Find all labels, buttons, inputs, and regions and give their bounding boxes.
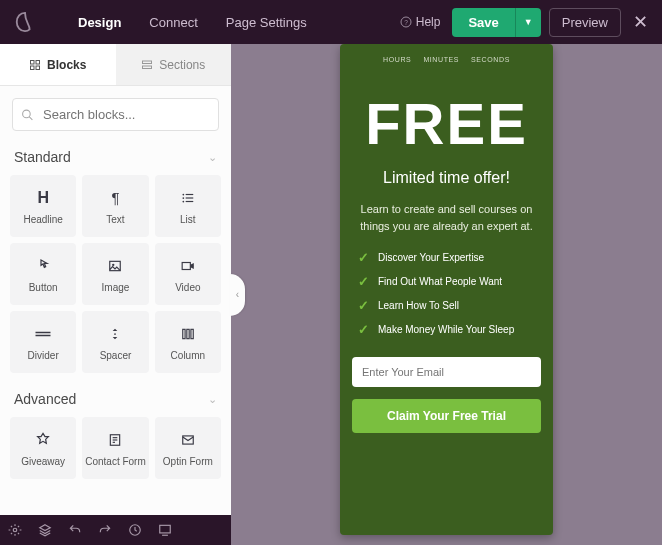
block-list[interactable]: List xyxy=(155,175,221,237)
block-column[interactable]: Column xyxy=(155,311,221,373)
timer-seconds: SECONDS xyxy=(471,56,510,63)
bullet-list[interactable]: ✓Discover Your Expertise ✓Find Out What … xyxy=(352,244,541,341)
layers-icon[interactable] xyxy=(38,523,52,537)
nav-connect[interactable]: Connect xyxy=(135,15,211,30)
description[interactable]: Learn to create and sell courses on thin… xyxy=(352,201,541,234)
block-label: List xyxy=(180,214,196,225)
block-spacer[interactable]: Spacer xyxy=(82,311,148,373)
svg-point-8 xyxy=(23,110,31,118)
topbar: Design Connect Page Settings ? Help Save… xyxy=(0,0,662,44)
form-icon xyxy=(108,430,122,450)
list-item: ✓Make Money While Your Sleep xyxy=(358,322,535,337)
help-link[interactable]: ? Help xyxy=(400,15,441,29)
nav-page-settings[interactable]: Page Settings xyxy=(212,15,321,30)
block-label: Spacer xyxy=(100,350,132,361)
svg-rect-3 xyxy=(36,60,40,64)
search-icon xyxy=(21,108,34,121)
bullet-text: Learn How To Sell xyxy=(378,300,459,311)
sidebar: Blocks Sections Standard ⌄ HHeadline ¶Te… xyxy=(0,44,231,545)
device-icon[interactable] xyxy=(158,523,172,537)
tab-blocks-label: Blocks xyxy=(47,58,86,72)
svg-rect-2 xyxy=(31,60,35,64)
block-optin-form[interactable]: Optin Form xyxy=(155,417,221,479)
tab-sections-label: Sections xyxy=(159,58,205,72)
check-icon: ✓ xyxy=(358,274,369,289)
list-item: ✓Learn How To Sell xyxy=(358,298,535,313)
sections-icon xyxy=(141,59,153,71)
preview-button[interactable]: Preview xyxy=(549,8,621,37)
tab-blocks[interactable]: Blocks xyxy=(0,44,116,85)
svg-rect-22 xyxy=(183,329,185,338)
svg-rect-32 xyxy=(160,525,171,533)
app-logo-icon xyxy=(14,11,36,33)
tab-sections[interactable]: Sections xyxy=(116,44,232,85)
block-label: Image xyxy=(102,282,130,293)
bullet-text: Make Money While Your Sleep xyxy=(378,324,514,335)
settings-icon[interactable] xyxy=(8,523,22,537)
block-contact-form[interactable]: Contact Form xyxy=(82,417,148,479)
section-advanced-toggle[interactable]: Advanced ⌄ xyxy=(0,385,231,413)
svg-line-9 xyxy=(29,116,32,119)
optin-icon xyxy=(180,430,196,450)
check-icon: ✓ xyxy=(358,322,369,337)
column-icon xyxy=(180,324,196,344)
block-button[interactable]: Button xyxy=(10,243,76,305)
history-icon[interactable] xyxy=(128,523,142,537)
block-text[interactable]: ¶Text xyxy=(82,175,148,237)
countdown-labels: HOURS MINUTES SECONDS xyxy=(352,56,541,63)
svg-point-17 xyxy=(113,263,115,265)
block-headline[interactable]: HHeadline xyxy=(10,175,76,237)
undo-icon[interactable] xyxy=(68,523,82,537)
block-label: Divider xyxy=(28,350,59,361)
block-label: Column xyxy=(171,350,205,361)
section-standard-toggle[interactable]: Standard ⌄ xyxy=(0,143,231,171)
svg-point-14 xyxy=(182,197,184,199)
svg-rect-4 xyxy=(31,66,35,70)
svg-point-15 xyxy=(182,200,184,202)
subheadline[interactable]: Limited time offer! xyxy=(352,169,541,187)
svg-text:?: ? xyxy=(404,19,408,26)
block-video[interactable]: Video xyxy=(155,243,221,305)
headline[interactable]: FREE xyxy=(352,95,541,153)
canvas[interactable]: HOURS MINUTES SECONDS FREE Limited time … xyxy=(231,44,662,545)
list-icon xyxy=(180,188,196,208)
svg-rect-23 xyxy=(187,329,189,338)
spacer-icon xyxy=(108,324,122,344)
page-preview[interactable]: HOURS MINUTES SECONDS FREE Limited time … xyxy=(340,44,553,535)
block-label: Optin Form xyxy=(163,456,213,467)
save-button[interactable]: Save xyxy=(452,8,514,37)
giveaway-icon xyxy=(35,430,51,450)
email-field[interactable] xyxy=(352,357,541,387)
section-standard-label: Standard xyxy=(14,149,71,165)
headline-icon: H xyxy=(37,188,49,208)
block-label: Video xyxy=(175,282,200,293)
svg-rect-5 xyxy=(36,66,40,70)
chevron-down-icon: ⌄ xyxy=(208,151,217,164)
button-icon xyxy=(35,256,51,276)
svg-point-21 xyxy=(115,333,117,335)
chevron-down-icon: ⌄ xyxy=(208,393,217,406)
image-icon xyxy=(107,256,123,276)
nav-design[interactable]: Design xyxy=(64,15,135,30)
timer-hours: HOURS xyxy=(383,56,411,63)
text-icon: ¶ xyxy=(111,188,119,208)
blocks-icon xyxy=(29,59,41,71)
block-giveaway[interactable]: Giveaway xyxy=(10,417,76,479)
block-image[interactable]: Image xyxy=(82,243,148,305)
help-label: Help xyxy=(416,15,441,29)
cta-button[interactable]: Claim Your Free Trial xyxy=(352,399,541,433)
check-icon: ✓ xyxy=(358,298,369,313)
svg-rect-6 xyxy=(143,61,152,64)
video-icon xyxy=(179,256,197,276)
block-label: Contact Form xyxy=(85,456,146,467)
close-button[interactable]: ✕ xyxy=(633,11,648,33)
block-label: Text xyxy=(106,214,124,225)
svg-rect-7 xyxy=(143,66,152,69)
bullet-text: Discover Your Expertise xyxy=(378,252,484,263)
svg-rect-18 xyxy=(182,262,190,269)
save-dropdown[interactable]: ▼ xyxy=(515,8,541,37)
redo-icon[interactable] xyxy=(98,523,112,537)
block-divider[interactable]: Divider xyxy=(10,311,76,373)
search-input[interactable] xyxy=(12,98,219,131)
help-icon: ? xyxy=(400,16,412,28)
